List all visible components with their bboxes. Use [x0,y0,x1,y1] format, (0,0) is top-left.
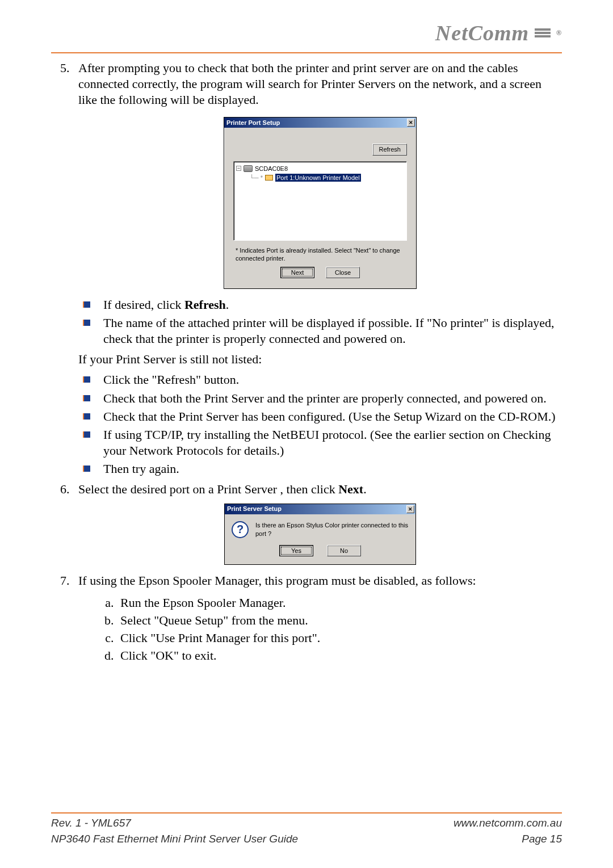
server-name: SCDAC0E8 [255,165,288,173]
step-7-sublist: Run the Epson Spooler Manager. Select "Q… [78,594,562,664]
bullet-check-configured: Check that the Print Server has been con… [98,409,562,425]
step-7a: Run the Epson Spooler Manager. [117,594,562,611]
printer-port-setup-dialog: Printer Port Setup ✕ Refresh − SCDAC0E8 [224,117,417,288]
printer-icon [265,175,273,181]
print-server-setup-dialog: Print Server Setup ✕ ? Is there an Epson… [224,504,416,565]
footer-rule [51,812,562,814]
no-button[interactable]: No [327,545,361,556]
step-5-text: After prompting you to check that both t… [78,60,562,108]
question-icon: ? [232,521,249,538]
footer-url: www.netcomm.com.au [454,817,562,829]
step-7-text: If using the Epson Spooler Manager, this… [78,573,562,589]
dialog2-titlebar: Print Server Setup ✕ [225,504,415,514]
bullet-noprinter: The name of the attached printer will be… [98,315,562,347]
dialog1-title: Printer Port Setup [226,119,280,127]
dialog2-body: ? Is there an Epson Stylus Color printer… [225,514,415,545]
brand-text: NetComm [435,20,529,45]
close-button[interactable]: Close [326,267,360,278]
yes-button[interactable]: Yes [279,545,313,556]
footer-rev: Rev. 1 - YML657 [51,817,131,829]
dialog1-hint: * Indicates Port is already installed. S… [229,243,412,263]
dialog1-body: Refresh − SCDAC0E8 └─ * Port 1:Unknown P… [224,128,416,288]
header-rule [51,52,562,53]
step-7b: Select "Queue Setup" from the menu. [117,612,562,628]
step-7d: Click "OK" to exit. [117,647,562,664]
page-footer: Rev. 1 - YML657 www.netcomm.com.au NP364… [51,812,562,845]
port-label: Port 1:Unknown Printer Model [275,174,361,182]
tree-branch: └─ * [250,174,263,182]
registered-mark: ® [556,29,562,37]
dialog2-message: Is there an Epson Stylus Color printer c… [255,521,409,537]
footer-page: Page 15 [522,833,562,845]
bullet-try-again: Then try again. [98,461,562,477]
brand-logo: NetComm ® [435,20,562,45]
bullet-click-refresh: Click the "Refresh" button. [98,372,562,388]
server-tree[interactable]: − SCDAC0E8 └─ * Port 1:Unknown Printer M… [233,161,407,241]
bullets-after-dialog1: If desired, click Refresh. The name of t… [78,297,562,347]
step-5: After prompting you to check that both t… [73,60,562,477]
tree-port-row[interactable]: └─ * Port 1:Unknown Printer Model [236,173,404,182]
logo-flag-icon [535,28,551,37]
dialog1-titlebar: Printer Port Setup ✕ [224,118,416,128]
still-not-listed: If your Print Server is still not listed… [78,351,562,367]
collapse-icon[interactable]: − [236,166,241,171]
server-icon [243,165,253,172]
bullets-troubleshoot: Click the "Refresh" button. Check that b… [78,372,562,477]
dialog1-footer: Next Close [229,263,412,284]
tree-server-row[interactable]: − SCDAC0E8 [236,164,404,173]
dialog2-title: Print Server Setup [227,505,282,513]
refresh-button[interactable]: Refresh [372,144,407,155]
step-6: Select the desired port on a Print Serve… [73,481,562,564]
bullet-tcpip: If using TCP/IP, try installing the NetB… [98,427,562,459]
next-button[interactable]: Next [280,267,314,278]
footer-title: NP3640 Fast Ethernet Mini Print Server U… [51,833,298,845]
page-header: NetComm ® [51,20,562,49]
bullet-refresh: If desired, click Refresh. [98,297,562,313]
instruction-list: After prompting you to check that both t… [51,60,562,664]
step-7c: Click "Use Print Manager for this port". [117,630,562,646]
close-icon[interactable]: ✕ [406,505,414,513]
close-icon[interactable]: ✕ [407,119,415,127]
dialog2-footer: Yes No [225,545,415,564]
bullet-check-connected: Check that both the Print Server and the… [98,391,562,406]
step-7: If using the Epson Spooler Manager, this… [73,573,562,664]
